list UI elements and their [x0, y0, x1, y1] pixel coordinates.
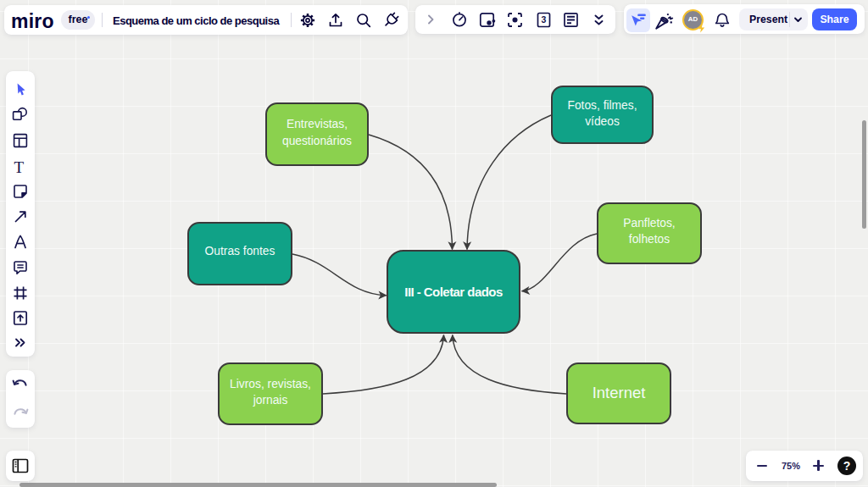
svg-text:vídeos: vídeos: [585, 115, 620, 128]
svg-text:3: 3: [542, 14, 547, 25]
svg-text:jornais: jornais: [253, 394, 288, 407]
svg-text:folhetos: folhetos: [629, 233, 670, 246]
svg-text:Livros, revistas,: Livros, revistas,: [230, 378, 311, 390]
svg-text:III - Coletar dados: III - Coletar dados: [404, 285, 503, 299]
svg-text:Outras fontes: Outras fontes: [205, 245, 275, 257]
svg-text:Entrevistas,: Entrevistas,: [287, 118, 348, 130]
svg-text:Panfletos,: Panfletos,: [623, 217, 675, 230]
svg-text:Fotos, filmes,: Fotos, filmes,: [567, 99, 637, 112]
svg-text:Internet: Internet: [593, 384, 646, 401]
svg-text:questionários: questionários: [282, 135, 352, 147]
